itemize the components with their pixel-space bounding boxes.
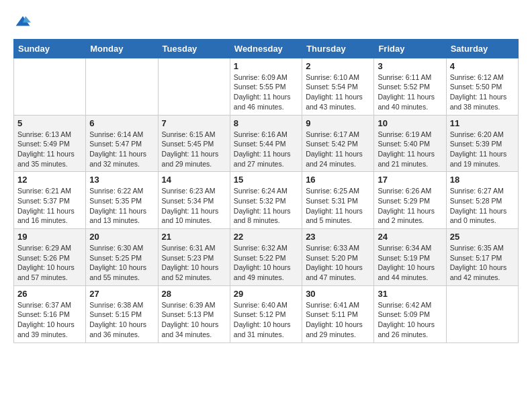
weekday-header-wednesday: Wednesday bbox=[230, 39, 302, 58]
calendar-cell: 26Sunrise: 6:37 AM Sunset: 5:16 PM Dayli… bbox=[14, 285, 86, 342]
calendar-cell: 5Sunrise: 6:13 AM Sunset: 5:49 PM Daylig… bbox=[14, 115, 86, 172]
calendar-cell: 11Sunrise: 6:20 AM Sunset: 5:39 PM Dayli… bbox=[446, 115, 518, 172]
day-info: Sunrise: 6:40 AM Sunset: 5:12 PM Dayligh… bbox=[234, 300, 298, 340]
day-number: 1 bbox=[234, 61, 298, 71]
day-number: 17 bbox=[378, 175, 442, 185]
day-number: 30 bbox=[306, 289, 370, 299]
day-number: 12 bbox=[17, 175, 82, 185]
weekday-header-sunday: Sunday bbox=[14, 39, 86, 58]
day-info: Sunrise: 6:22 AM Sunset: 5:35 PM Dayligh… bbox=[89, 186, 154, 226]
day-info: Sunrise: 6:13 AM Sunset: 5:49 PM Dayligh… bbox=[17, 130, 82, 169]
logo-icon bbox=[15, 15, 31, 28]
day-number: 29 bbox=[234, 289, 298, 299]
weekday-header-saturday: Saturday bbox=[446, 39, 518, 58]
calendar-cell bbox=[14, 58, 86, 115]
day-info: Sunrise: 6:21 AM Sunset: 5:37 PM Dayligh… bbox=[17, 186, 82, 226]
day-info: Sunrise: 6:33 AM Sunset: 5:20 PM Dayligh… bbox=[306, 243, 370, 283]
day-number: 11 bbox=[450, 118, 515, 128]
day-info: Sunrise: 6:41 AM Sunset: 5:11 PM Dayligh… bbox=[306, 300, 370, 340]
calendar-week-row: 26Sunrise: 6:37 AM Sunset: 5:16 PM Dayli… bbox=[14, 285, 519, 342]
calendar-cell: 15Sunrise: 6:24 AM Sunset: 5:32 PM Dayli… bbox=[230, 172, 302, 229]
day-info: Sunrise: 6:09 AM Sunset: 5:55 PM Dayligh… bbox=[234, 73, 298, 112]
day-info: Sunrise: 6:35 AM Sunset: 5:17 PM Dayligh… bbox=[450, 243, 515, 283]
calendar-week-row: 1Sunrise: 6:09 AM Sunset: 5:55 PM Daylig… bbox=[14, 58, 519, 115]
calendar-cell: 24Sunrise: 6:34 AM Sunset: 5:19 PM Dayli… bbox=[374, 229, 446, 286]
day-info: Sunrise: 6:20 AM Sunset: 5:39 PM Dayligh… bbox=[450, 130, 515, 169]
calendar-cell: 31Sunrise: 6:42 AM Sunset: 5:09 PM Dayli… bbox=[374, 285, 446, 342]
day-number: 13 bbox=[89, 175, 154, 185]
calendar-cell: 7Sunrise: 6:15 AM Sunset: 5:45 PM Daylig… bbox=[158, 115, 230, 172]
day-number: 3 bbox=[378, 61, 442, 71]
calendar-cell: 2Sunrise: 6:10 AM Sunset: 5:54 PM Daylig… bbox=[302, 58, 374, 115]
day-info: Sunrise: 6:38 AM Sunset: 5:15 PM Dayligh… bbox=[89, 300, 154, 340]
day-number: 22 bbox=[234, 232, 298, 242]
day-info: Sunrise: 6:12 AM Sunset: 5:50 PM Dayligh… bbox=[450, 73, 515, 112]
calendar-cell: 25Sunrise: 6:35 AM Sunset: 5:17 PM Dayli… bbox=[446, 229, 518, 286]
weekday-header-thursday: Thursday bbox=[302, 39, 374, 58]
day-info: Sunrise: 6:34 AM Sunset: 5:19 PM Dayligh… bbox=[378, 243, 442, 283]
day-number: 5 bbox=[17, 118, 82, 128]
calendar-week-row: 12Sunrise: 6:21 AM Sunset: 5:37 PM Dayli… bbox=[14, 172, 519, 229]
calendar-cell bbox=[446, 285, 518, 342]
day-info: Sunrise: 6:31 AM Sunset: 5:23 PM Dayligh… bbox=[162, 243, 226, 283]
day-number: 19 bbox=[17, 232, 82, 242]
calendar-cell: 3Sunrise: 6:11 AM Sunset: 5:52 PM Daylig… bbox=[374, 58, 446, 115]
day-info: Sunrise: 6:25 AM Sunset: 5:31 PM Dayligh… bbox=[306, 186, 370, 226]
day-info: Sunrise: 6:15 AM Sunset: 5:45 PM Dayligh… bbox=[162, 130, 226, 169]
day-info: Sunrise: 6:27 AM Sunset: 5:28 PM Dayligh… bbox=[450, 186, 515, 226]
day-info: Sunrise: 6:37 AM Sunset: 5:16 PM Dayligh… bbox=[17, 300, 82, 340]
day-number: 21 bbox=[162, 232, 226, 242]
calendar-cell: 30Sunrise: 6:41 AM Sunset: 5:11 PM Dayli… bbox=[302, 285, 374, 342]
day-number: 23 bbox=[306, 232, 370, 242]
day-number: 28 bbox=[162, 289, 226, 299]
calendar-week-row: 5Sunrise: 6:13 AM Sunset: 5:49 PM Daylig… bbox=[14, 115, 519, 172]
day-number: 2 bbox=[306, 61, 370, 71]
page-header bbox=[13, 13, 519, 28]
day-info: Sunrise: 6:16 AM Sunset: 5:44 PM Dayligh… bbox=[234, 130, 298, 169]
calendar-cell: 22Sunrise: 6:32 AM Sunset: 5:22 PM Dayli… bbox=[230, 229, 302, 286]
day-info: Sunrise: 6:32 AM Sunset: 5:22 PM Dayligh… bbox=[234, 243, 298, 283]
day-info: Sunrise: 6:29 AM Sunset: 5:26 PM Dayligh… bbox=[17, 243, 82, 283]
day-number: 25 bbox=[450, 232, 515, 242]
calendar-cell: 29Sunrise: 6:40 AM Sunset: 5:12 PM Dayli… bbox=[230, 285, 302, 342]
calendar-cell: 1Sunrise: 6:09 AM Sunset: 5:55 PM Daylig… bbox=[230, 58, 302, 115]
day-number: 31 bbox=[378, 289, 442, 299]
calendar-cell: 9Sunrise: 6:17 AM Sunset: 5:42 PM Daylig… bbox=[302, 115, 374, 172]
calendar-cell: 13Sunrise: 6:22 AM Sunset: 5:35 PM Dayli… bbox=[86, 172, 158, 229]
weekday-header-tuesday: Tuesday bbox=[158, 39, 230, 58]
logo bbox=[13, 13, 32, 28]
day-number: 7 bbox=[162, 118, 226, 128]
calendar-cell: 23Sunrise: 6:33 AM Sunset: 5:20 PM Dayli… bbox=[302, 229, 374, 286]
calendar-cell: 17Sunrise: 6:26 AM Sunset: 5:29 PM Dayli… bbox=[374, 172, 446, 229]
day-number: 15 bbox=[234, 175, 298, 185]
calendar-cell: 10Sunrise: 6:19 AM Sunset: 5:40 PM Dayli… bbox=[374, 115, 446, 172]
calendar-cell bbox=[158, 58, 230, 115]
calendar-cell: 6Sunrise: 6:14 AM Sunset: 5:47 PM Daylig… bbox=[86, 115, 158, 172]
calendar-cell: 18Sunrise: 6:27 AM Sunset: 5:28 PM Dayli… bbox=[446, 172, 518, 229]
day-info: Sunrise: 6:30 AM Sunset: 5:25 PM Dayligh… bbox=[89, 243, 154, 283]
day-number: 10 bbox=[378, 118, 442, 128]
calendar-cell: 21Sunrise: 6:31 AM Sunset: 5:23 PM Dayli… bbox=[158, 229, 230, 286]
day-info: Sunrise: 6:26 AM Sunset: 5:29 PM Dayligh… bbox=[378, 186, 442, 226]
calendar-cell: 8Sunrise: 6:16 AM Sunset: 5:44 PM Daylig… bbox=[230, 115, 302, 172]
day-info: Sunrise: 6:42 AM Sunset: 5:09 PM Dayligh… bbox=[378, 300, 442, 340]
day-number: 9 bbox=[306, 118, 370, 128]
calendar-cell: 19Sunrise: 6:29 AM Sunset: 5:26 PM Dayli… bbox=[14, 229, 86, 286]
day-info: Sunrise: 6:11 AM Sunset: 5:52 PM Dayligh… bbox=[378, 73, 442, 112]
calendar-cell: 12Sunrise: 6:21 AM Sunset: 5:37 PM Dayli… bbox=[14, 172, 86, 229]
day-info: Sunrise: 6:39 AM Sunset: 5:13 PM Dayligh… bbox=[162, 300, 226, 340]
calendar-cell: 28Sunrise: 6:39 AM Sunset: 5:13 PM Dayli… bbox=[158, 285, 230, 342]
calendar-cell: 16Sunrise: 6:25 AM Sunset: 5:31 PM Dayli… bbox=[302, 172, 374, 229]
calendar-cell: 14Sunrise: 6:23 AM Sunset: 5:34 PM Dayli… bbox=[158, 172, 230, 229]
day-number: 4 bbox=[450, 61, 515, 71]
day-number: 8 bbox=[234, 118, 298, 128]
day-info: Sunrise: 6:17 AM Sunset: 5:42 PM Dayligh… bbox=[306, 130, 370, 169]
calendar-week-row: 19Sunrise: 6:29 AM Sunset: 5:26 PM Dayli… bbox=[14, 229, 519, 286]
day-number: 24 bbox=[378, 232, 442, 242]
day-number: 26 bbox=[17, 289, 82, 299]
day-number: 27 bbox=[89, 289, 154, 299]
weekday-header-monday: Monday bbox=[86, 39, 158, 58]
calendar-cell bbox=[86, 58, 158, 115]
calendar-cell: 20Sunrise: 6:30 AM Sunset: 5:25 PM Dayli… bbox=[86, 229, 158, 286]
day-number: 14 bbox=[162, 175, 226, 185]
